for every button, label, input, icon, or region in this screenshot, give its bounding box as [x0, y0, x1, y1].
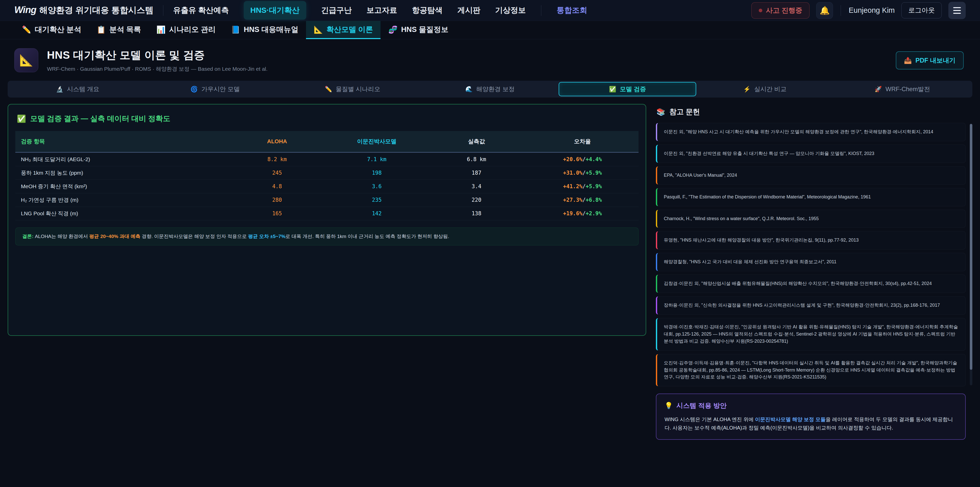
- model-value: 142: [327, 207, 427, 220]
- pdf-export-label: PDF 내보내기: [915, 56, 956, 65]
- logo-text: 해양환경 위기대응 통합시스템: [39, 5, 153, 16]
- references-title-text: 참고 문헌: [670, 107, 700, 117]
- tab-system-overview[interactable]: 🔬 시스템 개요: [9, 82, 146, 96]
- nav-item-reports[interactable]: 보고자료: [366, 5, 397, 16]
- aloha-value: 280: [227, 193, 327, 207]
- pdf-export-button[interactable]: 📤 PDF 내보내기: [896, 51, 964, 69]
- application-body: WING 시스템은 기본 ALOHA 엔진 위에 이문진박사모델 해양 보정 모…: [665, 415, 957, 432]
- menu-icon: [953, 7, 961, 8]
- subnav-label: 대기확산 분석: [35, 24, 81, 35]
- nav-item-rescue[interactable]: 긴급구난: [321, 5, 352, 16]
- hamburger-menu-button[interactable]: [948, 2, 966, 19]
- scrollbar-track[interactable]: [970, 124, 972, 385]
- subnav-item-hns-substance-info[interactable]: 🧬 HNS 물질정보: [380, 21, 456, 39]
- error-separator: /: [582, 211, 586, 217]
- tab-label: 시스템 개요: [67, 85, 99, 93]
- aloha-value: 4.8: [227, 180, 327, 193]
- conclusion-note: 결론: ALOHA는 해양 환경에서 평균 20~40% 과대 예측 경향. 이…: [15, 228, 638, 246]
- status-dot-icon: [759, 9, 762, 12]
- reference-item: EPA, "ALOHA User's Manual", 2024: [656, 166, 966, 185]
- logo-mark: Wing: [14, 5, 36, 15]
- nav-item-aerial-search[interactable]: 항공탐색: [412, 5, 442, 16]
- row-item-label: 풍하 1km 지점 농도 (ppm): [15, 166, 227, 180]
- model-value: 7.1 km: [327, 152, 427, 166]
- chart-icon: 📊: [156, 25, 165, 34]
- subnav-item-model-theory[interactable]: 📐 확산모델 이론: [306, 21, 380, 39]
- nav-item-oil-spill[interactable]: 유출유 확산예측: [173, 5, 229, 16]
- tab-label: WRF-Chem발전: [886, 85, 930, 93]
- aloha-value: 8.2 km: [227, 152, 327, 166]
- logout-button[interactable]: 로그아웃: [901, 2, 942, 18]
- measured-value: 220: [427, 193, 527, 207]
- column-header-item: 검증 항목: [15, 131, 227, 152]
- pencil-icon: ✏️: [22, 25, 31, 34]
- measured-value: 187: [427, 166, 527, 180]
- rocket-icon: 🚀: [875, 86, 882, 93]
- error-aloha: +41.2%: [563, 184, 582, 190]
- dna-icon: 🧬: [388, 25, 397, 34]
- subnav-item-analysis-list[interactable]: 📋 분석 목록: [89, 21, 148, 39]
- triangle-ruler-icon: 📐: [19, 54, 33, 67]
- reference-item: 김창겸·이문진 외, "해양산업시설 배출 위험유해물질(HNS)의 해양확산 …: [656, 275, 966, 293]
- tab-realtime-comparison[interactable]: ⚡ 실시간 비교: [696, 82, 834, 96]
- model-validation-card: ✅ 모델 검증 결과 — 실측 데이터 대비 정확도 검증 항목 ALOHA 이…: [8, 104, 646, 336]
- error-rate: +31.0%/+5.9%: [526, 166, 638, 180]
- divider: [541, 5, 541, 16]
- tab-substance-scenarios[interactable]: ✏️ 물질별 시나리오: [284, 82, 422, 96]
- page-header: 📐 HNS 대기확산 모델 이론 및 검증 WRF-Chem · Gaussia…: [0, 39, 980, 79]
- pencil-icon: ✏️: [325, 86, 332, 93]
- tab-wrf-chem[interactable]: 🚀 WRF-Chem발전: [834, 82, 971, 96]
- reference-item: Charnock, H., "Wind stress on a water su…: [656, 210, 966, 228]
- tab-model-validation[interactable]: ✅ 모델 검증: [558, 82, 696, 96]
- nav-item-weather[interactable]: 기상정보: [495, 5, 526, 16]
- column-header-measured: 실측값: [427, 131, 527, 152]
- column-header-aloha: ALOHA: [227, 131, 327, 152]
- microscope-icon: 🔬: [56, 86, 64, 93]
- references-list-wrap: 이문진 외, "해양 HNS 사고 시 대기확산 예측을 위한 가우시안 모델의…: [656, 123, 972, 386]
- nav-item-integrated-search[interactable]: 통합조회: [557, 5, 587, 16]
- subnav-item-hns-manual[interactable]: 📘 HNS 대응매뉴얼: [223, 21, 306, 39]
- top-navbar: Wing 해양환경 위기대응 통합시스템 유출유 확산예측 HNS·대기확산 긴…: [0, 0, 980, 21]
- incident-status-badge: 사고 진행중: [751, 2, 810, 19]
- error-separator: /: [582, 156, 586, 163]
- subnav-item-dispersion-analysis[interactable]: ✏️ 대기확산 분석: [14, 21, 89, 39]
- table-header-row: 검증 항목 ALOHA 이문진박사모델 실측값 오차율: [15, 131, 638, 152]
- error-separator: /: [582, 184, 586, 190]
- error-aloha: +27.3%: [563, 197, 582, 203]
- lightning-icon: ⚡: [743, 86, 751, 93]
- subnav-item-scenario-management[interactable]: 📊 시나리오 관리: [149, 21, 223, 39]
- column-header-error: 오차율: [526, 131, 638, 152]
- error-model: +5.9%: [586, 170, 602, 176]
- sub-navbar: ✏️ 대기확산 분석 📋 분석 목록 📊 시나리오 관리 📘 HNS 대응매뉴얼…: [0, 21, 980, 39]
- tab-label: 실시간 비교: [754, 85, 787, 93]
- row-item-label: H₂ 가연성 구름 반경 (m): [15, 193, 227, 207]
- application-highlight: 이문진박사모델 해양 보정 모듈: [755, 417, 826, 422]
- main-nav: 유출유 확산예측 HNS·대기확산 긴급구난 보고자료 항공탐색 게시판 기상정…: [173, 0, 587, 21]
- user-name: Eunjeong Kim: [849, 6, 895, 14]
- reference-item: 해양경찰청, "HNS 사고 국가 대비 대응 체제 선진화 방안 연구용역 최…: [656, 253, 966, 271]
- row-item-label: NH₃ 최대 도달거리 (AEGL-2): [15, 152, 227, 166]
- table-row: H₂ 가연성 구름 반경 (m) 280 235 220 +27.3%/+6.8…: [15, 193, 638, 207]
- reference-item: 이문진 외, "해양 HNS 사고 시 대기확산 예측을 위한 가우시안 모델의…: [656, 123, 966, 141]
- nav-item-board[interactable]: 게시판: [457, 5, 480, 16]
- validation-card-title: ✅ 모델 검증 결과 — 실측 데이터 대비 정확도: [17, 113, 638, 124]
- application-title-text: 시스템 적용 방안: [676, 401, 726, 410]
- tab-label: 물질별 시나리오: [336, 85, 380, 93]
- book-icon: 📘: [231, 25, 240, 34]
- bell-icon: 🔔: [819, 6, 830, 15]
- aloha-value: 165: [227, 207, 327, 220]
- nav-item-hns-dispersion[interactable]: HNS·대기확산: [244, 1, 306, 20]
- error-separator: /: [582, 197, 586, 203]
- error-aloha: +31.0%: [563, 170, 582, 176]
- notifications-button[interactable]: 🔔: [816, 2, 833, 19]
- app-logo: Wing 해양환경 위기대응 통합시스템: [14, 5, 153, 16]
- scrollbar-thumb[interactable]: [970, 124, 972, 370]
- model-value: 3.6: [327, 180, 427, 193]
- table-row: LNG Pool 확산 직경 (m) 165 142 138 +19.6%/+2…: [15, 207, 638, 220]
- error-aloha: +19.6%: [563, 211, 582, 217]
- tab-gaussian-model[interactable]: 🌀 가우시안 모델: [146, 82, 284, 96]
- references-title: 📚 참고 문헌: [656, 107, 972, 117]
- export-icon: 📤: [904, 57, 912, 64]
- right-panel: 📚 참고 문헌 이문진 외, "해양 HNS 사고 시 대기확산 예측을 위한 …: [656, 104, 972, 440]
- tab-marine-correction[interactable]: 🌊 해양환경 보정: [422, 82, 559, 96]
